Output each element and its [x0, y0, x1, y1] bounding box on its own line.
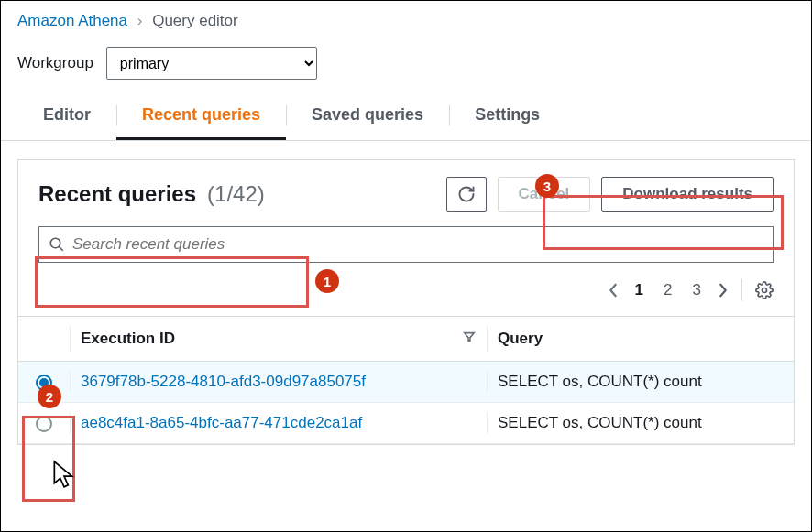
tab-saved-queries[interactable]: Saved queries — [286, 92, 449, 140]
page-3[interactable]: 3 — [689, 281, 705, 299]
prev-page-button[interactable] — [608, 282, 619, 299]
col-query[interactable]: Query — [487, 317, 794, 362]
tab-editor[interactable]: Editor — [17, 92, 116, 140]
next-page-button[interactable] — [718, 282, 729, 299]
col-select — [18, 317, 70, 362]
execution-id-link[interactable]: 3679f78b-5228-4810-afd3-09d97a85075f — [81, 373, 366, 390]
workgroup-select[interactable]: primary — [106, 47, 317, 80]
workgroup-label: Workgroup — [17, 54, 93, 72]
cursor-icon — [52, 460, 76, 489]
tab-recent-queries[interactable]: Recent queries — [116, 92, 286, 140]
col-execution-id[interactable]: Execution ID — [70, 317, 487, 362]
refresh-icon — [457, 185, 476, 203]
row-radio[interactable] — [36, 416, 52, 432]
search-box — [38, 226, 774, 263]
breadcrumb: Amazon Athena › Query editor — [1, 1, 811, 39]
search-input[interactable] — [72, 235, 763, 254]
query-cell: SELECT os, COUNT(*) count — [487, 362, 794, 403]
svg-point-0 — [50, 238, 60, 248]
refresh-button[interactable] — [446, 177, 487, 212]
tab-settings[interactable]: Settings — [449, 92, 565, 140]
svg-marker-3 — [465, 333, 475, 342]
pager: 1 2 3 — [18, 276, 794, 316]
svg-point-2 — [763, 288, 767, 293]
table-row[interactable]: 3679f78b-5228-4810-afd3-09d97a85075f SEL… — [18, 362, 794, 403]
svg-marker-4 — [54, 461, 71, 487]
pager-divider — [741, 279, 742, 301]
page-2[interactable]: 2 — [660, 281, 675, 299]
row-radio[interactable] — [36, 375, 52, 391]
panel-count: (1/42) — [207, 181, 265, 207]
breadcrumb-current: Query editor — [152, 12, 238, 29]
recent-queries-panel: Recent queries (1/42) Cancel Download re… — [17, 159, 795, 445]
table-row[interactable]: ae8c4fa1-8a65-4bfc-aa77-471cde2ca1af SEL… — [18, 403, 794, 444]
download-results-button[interactable]: Download results — [601, 177, 774, 212]
tabs: Editor Recent queries Saved queries Sett… — [1, 92, 811, 141]
cancel-button[interactable]: Cancel — [498, 177, 591, 212]
panel-title: Recent queries — [38, 181, 196, 207]
svg-line-1 — [59, 246, 63, 251]
search-icon — [49, 236, 65, 253]
page-1[interactable]: 1 — [631, 281, 647, 299]
col-execution-id-label: Execution ID — [81, 330, 175, 348]
execution-id-link[interactable]: ae8c4fa1-8a65-4bfc-aa77-471cde2ca1af — [81, 414, 362, 431]
gear-icon — [755, 281, 774, 299]
recent-queries-table: Execution ID Query 3679f78b-5228-4810-af… — [18, 316, 794, 444]
chevron-right-icon: › — [137, 12, 143, 29]
settings-gear-button[interactable] — [755, 281, 774, 299]
filter-icon[interactable] — [463, 330, 476, 348]
query-cell: SELECT os, COUNT(*) count — [487, 403, 794, 444]
breadcrumb-root-link[interactable]: Amazon Athena — [17, 12, 127, 29]
